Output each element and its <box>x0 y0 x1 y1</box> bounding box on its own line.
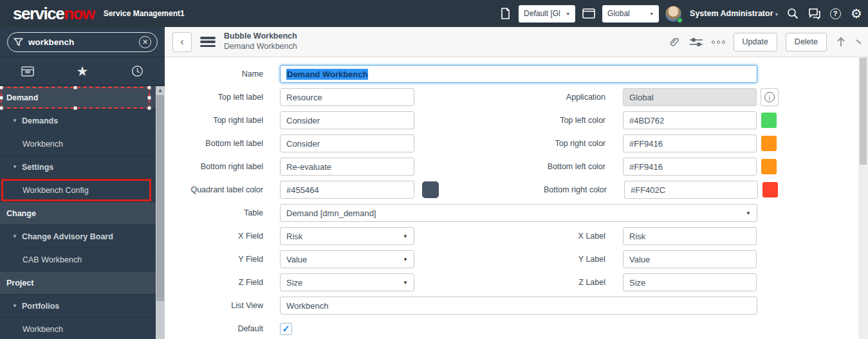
servicenow-app-window: servicenow Service Management1 Default [… <box>0 0 868 339</box>
tab-history[interactable] <box>110 57 165 85</box>
form-title: Bubble Workbench <box>224 32 297 42</box>
window-icon[interactable] <box>581 6 596 21</box>
bottom-left-color-input[interactable] <box>623 158 757 176</box>
main-scrollbar[interactable] <box>858 57 868 339</box>
nav-item-portfolios[interactable]: ▼ Portfolios <box>0 295 165 318</box>
top-right-label-input[interactable] <box>280 111 414 129</box>
form-header-actions: Update Delete <box>668 33 863 51</box>
delete-button[interactable]: Delete <box>786 33 827 51</box>
more-options-icon[interactable] <box>712 41 725 44</box>
gear-icon[interactable]: ⚙ <box>849 6 864 21</box>
nav-item-demands[interactable]: ▼ Demands <box>0 109 165 133</box>
nav-item-demand[interactable]: Demand <box>0 86 165 109</box>
table-label: Table <box>165 208 280 217</box>
table-select[interactable]: Demand [dmn_demand] ▼ <box>280 204 757 222</box>
help-question-glyph: ? <box>830 8 841 19</box>
list-view-input[interactable] <box>280 297 757 315</box>
filter-navigator-input[interactable]: workbench ✕ <box>7 32 158 52</box>
update-set-picker[interactable]: Default [Gl ▼ <box>519 5 575 23</box>
nav-item-project[interactable]: Project <box>0 271 165 295</box>
y-field-value: Value <box>286 255 307 264</box>
previous-record-arrow-icon[interactable] <box>835 35 847 48</box>
z-label-input[interactable] <box>623 273 757 291</box>
nav-item-workbench-portfolios[interactable]: Workbench <box>0 318 165 339</box>
bottom-left-color-swatch[interactable] <box>761 159 777 174</box>
bottom-right-color-input[interactable] <box>624 181 758 199</box>
bottom-left-label-input[interactable] <box>280 134 414 152</box>
nav-item-settings[interactable]: ▼ Settings <box>0 156 165 179</box>
application-scope-picker[interactable]: Global ▼ <box>602 5 659 23</box>
servicenow-logo[interactable]: servicenow <box>13 5 95 22</box>
top-left-color-swatch[interactable] <box>761 113 777 128</box>
y-field-select[interactable]: Value ▼ <box>280 250 414 268</box>
form-row-name: Name Demand Workbench <box>165 62 858 86</box>
tab-all-applications[interactable] <box>0 57 55 85</box>
sidebar-scrollbar[interactable]: ▲ <box>156 86 165 339</box>
top-left-label-label: Top left label <box>165 93 280 102</box>
personalize-form-sliders-icon[interactable] <box>689 36 703 48</box>
z-field-value: Size <box>286 278 302 288</box>
clear-filter-icon[interactable]: ✕ <box>139 36 151 48</box>
quadrant-label-color-input[interactable] <box>280 181 414 199</box>
chat-icon[interactable] <box>806 6 822 21</box>
default-label: Default <box>165 324 280 333</box>
bottom-right-color-label: Bottom right color <box>439 185 624 194</box>
nav-item-cab-workbench[interactable]: CAB Workbench <box>0 248 165 271</box>
help-icon[interactable]: ? <box>827 6 843 21</box>
form-context-menu-icon[interactable] <box>200 37 216 47</box>
expanded-triangle-icon: ▼ <box>12 303 17 309</box>
nav-label: CAB Workbench <box>23 255 82 264</box>
form-subtitle: Demand Workbench <box>224 42 297 52</box>
main-content: ‹ Bubble Workbench Demand Workbench Upda… <box>165 27 868 339</box>
nav-label: Project <box>6 279 33 288</box>
application-input <box>623 88 757 106</box>
sidebar-scrollbar-thumb[interactable] <box>156 95 164 301</box>
nav-item-change-advisory-board[interactable]: ▼ Change Advisory Board <box>0 225 165 248</box>
top-left-color-input[interactable] <box>623 111 757 129</box>
star-icon: ★ <box>77 64 89 78</box>
bottom-left-color-label: Bottom left color <box>414 162 623 171</box>
main-scrollbar-thumb[interactable] <box>860 58 867 165</box>
form-row-y-field: Y Field Value ▼ Y Label <box>165 248 858 271</box>
bottom-right-color-swatch[interactable] <box>762 182 778 197</box>
top-left-label-input[interactable] <box>280 88 414 106</box>
z-field-select[interactable]: Size ▼ <box>280 273 414 291</box>
back-button[interactable]: ‹ <box>172 32 192 52</box>
name-input[interactable]: Demand Workbench <box>280 65 757 83</box>
logo-now-text: now <box>64 4 95 23</box>
paperclip-icon[interactable] <box>668 35 681 48</box>
scope-value: Global <box>607 9 630 18</box>
logo-service-text: service <box>13 4 64 23</box>
form-row-list-view: List View <box>165 294 858 317</box>
x-field-select[interactable]: Risk ▼ <box>280 227 414 245</box>
application-info-button[interactable]: i <box>761 88 779 106</box>
expanded-triangle-icon: ▼ <box>12 118 17 124</box>
form-row-default: Default ✓ <box>165 317 858 339</box>
split-page-icon[interactable] <box>497 6 513 21</box>
update-button[interactable]: Update <box>734 33 777 51</box>
chevron-down-icon: ▼ <box>403 234 408 239</box>
next-record-chevron-icon[interactable] <box>855 37 863 46</box>
top-right-color-input[interactable] <box>623 134 757 152</box>
bottom-right-label-input[interactable] <box>280 158 414 176</box>
x-label-input[interactable] <box>623 227 757 245</box>
chevron-down-icon: ▼ <box>566 12 570 16</box>
top-right-color-swatch[interactable] <box>761 136 777 151</box>
search-icon[interactable] <box>785 6 800 21</box>
form-row-top-right-label: Top right label Top left color <box>165 109 858 132</box>
y-label-input[interactable] <box>623 250 757 268</box>
default-checkbox[interactable]: ✓ <box>280 323 292 335</box>
nav-item-workbench-config[interactable]: Workbench Config <box>0 179 165 202</box>
nav-item-change[interactable]: Change <box>0 202 165 225</box>
x-field-value: Risk <box>286 232 302 241</box>
z-field-label: Z Field <box>165 278 280 287</box>
tab-favorites[interactable]: ★ <box>55 57 109 85</box>
quadrant-label-color-swatch[interactable] <box>422 181 439 198</box>
nav-item-workbench-demands[interactable]: Workbench <box>0 133 165 156</box>
app-name-label: Service Management1 <box>104 9 185 18</box>
banner-right-controls: Default [Gl ▼ Global ▼ System Administra… <box>497 5 864 23</box>
navigator-tabs: ★ <box>0 57 165 86</box>
user-avatar[interactable] <box>665 5 682 23</box>
user-menu[interactable]: System Administrator ▾ <box>690 9 778 18</box>
scroll-up-arrow-icon[interactable]: ▲ <box>156 87 165 93</box>
